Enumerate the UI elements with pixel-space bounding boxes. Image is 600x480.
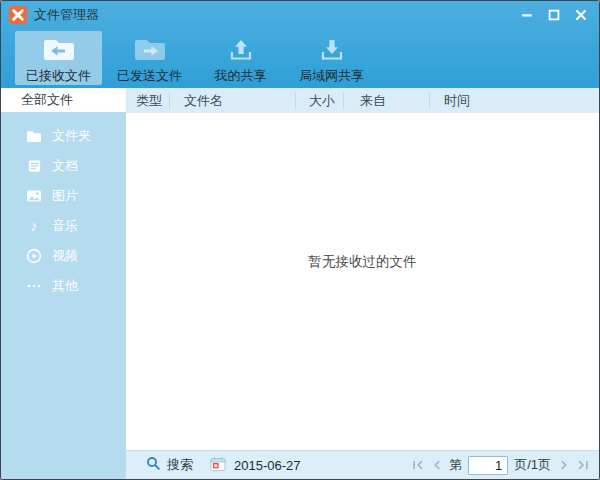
sidebar-item-folders[interactable]: 文件夹 bbox=[1, 121, 126, 151]
sidebar-item-label: 音乐 bbox=[52, 217, 78, 235]
window-controls bbox=[513, 4, 594, 25]
search-label: 搜索 bbox=[167, 456, 193, 474]
tab-label: 局域网共享 bbox=[299, 67, 364, 85]
first-page-button[interactable] bbox=[409, 457, 426, 473]
column-header-size: 大小 bbox=[295, 92, 343, 109]
file-manager-window: 文件管理器 已 bbox=[0, 0, 600, 480]
download-tray-icon bbox=[318, 34, 346, 66]
sidebar-item-label: 文件夹 bbox=[52, 127, 91, 145]
tab-label: 已接收文件 bbox=[26, 67, 91, 85]
folder-icon bbox=[25, 129, 43, 143]
tab-sent-files[interactable]: 已发送文件 bbox=[106, 31, 193, 85]
sidebar: 全部文件 文件夹 文档 bbox=[1, 88, 126, 479]
top-blue-area: 文件管理器 已 bbox=[1, 1, 599, 88]
column-header-time: 时间 bbox=[429, 92, 599, 109]
next-page-button[interactable] bbox=[555, 457, 572, 473]
sidebar-item-videos[interactable]: 视频 bbox=[1, 241, 126, 271]
document-icon bbox=[25, 159, 43, 173]
search-button[interactable]: 搜索 bbox=[146, 456, 193, 474]
column-header-type: 类型 bbox=[126, 92, 169, 109]
sidebar-item-label: 其他 bbox=[52, 277, 78, 295]
sidebar-item-others[interactable]: 其他 bbox=[1, 271, 126, 301]
page-number-input[interactable] bbox=[468, 456, 508, 475]
folder-arrow-left-icon bbox=[42, 34, 76, 66]
tab-received-files[interactable]: 已接收文件 bbox=[15, 31, 102, 85]
ellipsis-icon bbox=[25, 283, 43, 289]
tab-label: 已发送文件 bbox=[117, 67, 182, 85]
column-header-filename: 文件名 bbox=[169, 92, 295, 109]
app-logo-icon bbox=[9, 6, 27, 24]
tab-my-shares[interactable]: 我的共享 bbox=[197, 31, 284, 85]
tab-label: 我的共享 bbox=[215, 67, 267, 85]
prev-page-button[interactable] bbox=[428, 457, 445, 473]
sidebar-item-all-files[interactable]: 全部文件 bbox=[1, 88, 126, 112]
folder-arrow-right-icon bbox=[133, 34, 167, 66]
column-header-from: 来自 bbox=[343, 92, 429, 109]
sidebar-item-pictures[interactable]: 图片 bbox=[1, 181, 126, 211]
pagination: 第 页/1页 bbox=[408, 456, 592, 475]
status-bar: 搜索 2015-06-27 bbox=[126, 450, 599, 479]
sidebar-item-label: 文档 bbox=[52, 157, 78, 175]
video-play-icon bbox=[25, 248, 43, 264]
maximize-button[interactable] bbox=[540, 4, 567, 25]
titlebar: 文件管理器 bbox=[1, 1, 599, 29]
page-prefix-label: 第 bbox=[449, 456, 462, 474]
page-suffix-label: 页/1页 bbox=[514, 456, 551, 474]
last-page-button[interactable] bbox=[574, 457, 591, 473]
search-icon bbox=[146, 456, 161, 474]
date-picker[interactable]: 2015-06-27 bbox=[210, 456, 301, 475]
table-header: 类型 文件名 大小 来自 时间 bbox=[126, 88, 599, 113]
sidebar-item-label: 视频 bbox=[52, 247, 78, 265]
tab-lan-share[interactable]: 局域网共享 bbox=[288, 31, 375, 85]
toolbar: 已接收文件 已发送文件 我的共享 bbox=[1, 29, 599, 88]
minimize-button[interactable] bbox=[513, 4, 540, 25]
calendar-icon bbox=[210, 456, 226, 475]
picture-icon bbox=[25, 189, 43, 203]
sidebar-item-label: 图片 bbox=[52, 187, 78, 205]
upload-tray-icon bbox=[227, 34, 255, 66]
close-button[interactable] bbox=[567, 4, 594, 25]
date-value: 2015-06-27 bbox=[234, 458, 301, 473]
sidebar-item-documents[interactable]: 文档 bbox=[1, 151, 126, 181]
empty-state-text: 暂无接收过的文件 bbox=[126, 253, 599, 271]
window-title: 文件管理器 bbox=[34, 6, 99, 24]
music-note-icon: ♪ bbox=[25, 219, 43, 233]
file-list-area: 暂无接收过的文件 bbox=[126, 113, 599, 450]
sidebar-item-music[interactable]: ♪ 音乐 bbox=[1, 211, 126, 241]
sidebar-items: 文件夹 文档 bbox=[1, 121, 126, 301]
